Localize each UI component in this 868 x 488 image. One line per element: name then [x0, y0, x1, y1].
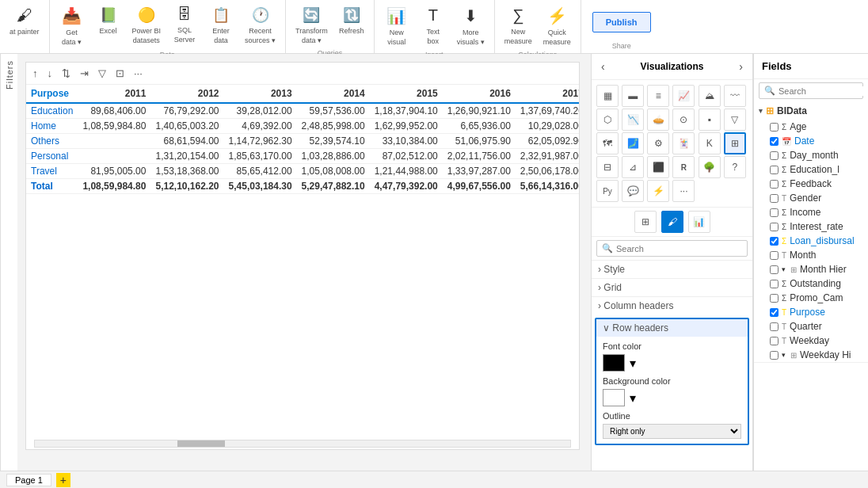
add-page-button[interactable]: +	[56, 473, 70, 487]
field-item[interactable]: 📅Date	[754, 134, 868, 148]
field-item[interactable]: ΣLoan_disbursal	[754, 234, 868, 248]
column-headers-section[interactable]: › Column headers	[592, 296, 752, 315]
field-item[interactable]: TMonth	[754, 248, 868, 262]
scatter-icon[interactable]: ⬡	[596, 109, 619, 131]
text-box-button[interactable]: T Text box	[416, 3, 451, 48]
field-checkbox[interactable]	[770, 294, 779, 303]
get-data-button[interactable]: 📥 Get data ▾	[55, 3, 89, 49]
more-visuals-button[interactable]: ⬇ More visuals ▾	[452, 3, 489, 49]
matrix-icon[interactable]: ⊟	[596, 156, 619, 178]
quick-measure-button[interactable]: ⚡ Quick measure	[539, 3, 576, 49]
field-item[interactable]: ΣIncome	[754, 205, 868, 219]
ribbon-chart-icon[interactable]: 〰	[724, 85, 746, 107]
field-checkbox[interactable]	[770, 223, 779, 231]
power-apps-icon[interactable]: ⚡	[647, 180, 669, 202]
field-checkbox[interactable]	[770, 251, 779, 260]
field-item[interactable]: ΣDay_month	[754, 148, 868, 162]
field-checkbox[interactable]	[770, 123, 779, 132]
format-well-icon[interactable]: 🖌	[661, 211, 683, 233]
python-icon[interactable]: Py	[596, 180, 619, 202]
clustered-bar-icon[interactable]: ≡	[647, 85, 669, 107]
sort-asc-button[interactable]: ↑	[29, 66, 41, 81]
viz-search-box[interactable]: 🔍	[596, 240, 748, 257]
background-color-box[interactable]	[603, 389, 625, 406]
viz-nav-back-button[interactable]: ‹	[600, 60, 607, 73]
visual-options-button[interactable]: ⊡	[112, 66, 128, 81]
field-checkbox[interactable]	[770, 194, 779, 203]
card-icon[interactable]: 🃏	[672, 132, 695, 154]
field-item[interactable]: ΣEducation_l	[754, 162, 868, 177]
analytics-well-icon[interactable]: 📊	[688, 211, 710, 233]
field-item[interactable]: ΣAge	[754, 120, 868, 134]
bar-chart-icon[interactable]: ▦	[596, 85, 619, 107]
fields-well-icon[interactable]: ⊞	[634, 211, 657, 233]
expand-button[interactable]: ⇥	[77, 66, 92, 81]
field-checkbox[interactable]	[770, 337, 779, 345]
r-visual-icon[interactable]: R	[672, 156, 695, 178]
recent-sources-button[interactable]: 🕐 Recent sources ▾	[240, 3, 280, 48]
pie-icon[interactable]: 🥧	[647, 109, 669, 131]
line-bar-icon[interactable]: 📉	[622, 109, 644, 131]
field-checkbox[interactable]	[770, 137, 779, 146]
field-item[interactable]: TQuarter	[754, 319, 868, 334]
decomp-icon[interactable]: 🌳	[699, 156, 721, 178]
font-color-dropdown[interactable]: ▾	[630, 356, 636, 371]
line-chart-icon[interactable]: 📈	[672, 85, 695, 107]
waterfall-icon[interactable]: ⬛	[647, 156, 669, 178]
row-headers-section-header[interactable]: ∨ Row headers	[596, 319, 748, 337]
page-1-tab[interactable]: Page 1	[6, 474, 51, 486]
transform-data-button[interactable]: 🔄 Transform data ▾	[291, 3, 333, 48]
excel-button[interactable]: 📗 Excel	[91, 3, 126, 38]
field-checkbox[interactable]	[770, 351, 779, 360]
background-color-dropdown[interactable]: ▾	[630, 391, 636, 406]
field-checkbox[interactable]	[770, 308, 779, 317]
field-item[interactable]: ΣPromo_Cam	[754, 291, 868, 305]
viz-search-input[interactable]	[616, 244, 742, 254]
sort-desc-button[interactable]: ↓	[44, 66, 56, 81]
ellipsis-icon[interactable]: ···	[672, 180, 695, 202]
field-item[interactable]: TGender	[754, 191, 868, 205]
fields-search-input[interactable]	[779, 86, 868, 96]
fields-search-box[interactable]: 🔍	[759, 82, 863, 99]
field-item[interactable]: TPurpose	[754, 305, 868, 319]
new-visual-button[interactable]: 📊 New visual	[379, 3, 414, 49]
funnel-icon[interactable]: ⊿	[622, 156, 644, 178]
map-icon[interactable]: 🗺	[596, 132, 619, 154]
horizontal-scrollbar[interactable]	[34, 440, 571, 448]
row-headers-section[interactable]: ∨ Row headers Font color ▾ Background co…	[595, 318, 749, 445]
power-bi-button[interactable]: 🟡 Power BI datasets	[128, 3, 166, 48]
kpi-icon[interactable]: K	[699, 132, 721, 154]
enter-data-button[interactable]: 📋 Enter data	[204, 3, 238, 48]
field-item[interactable]: ΣOutstanding	[754, 276, 868, 291]
scrollbar-thumb[interactable]	[177, 440, 225, 447]
filter-visual-icon[interactable]: ▽	[724, 109, 746, 131]
field-item[interactable]: ΣInterest_rate	[754, 219, 868, 234]
field-checkbox[interactable]	[770, 237, 779, 246]
field-checkbox[interactable]	[770, 180, 779, 189]
field-item[interactable]: ▾⊞Weekday Hi	[754, 348, 868, 362]
field-checkbox[interactable]	[770, 265, 779, 274]
qa-icon[interactable]: ?	[724, 156, 746, 178]
smart-narrative-icon[interactable]: 💬	[622, 180, 644, 202]
treemap-icon[interactable]: ▪	[699, 109, 721, 131]
gauge-icon[interactable]: ⚙	[647, 132, 669, 154]
filled-map-icon[interactable]: 🗾	[622, 132, 644, 154]
grid-section[interactable]: › Grid	[592, 278, 752, 296]
bidata-group-header[interactable]: ▾ ⊞ BIData	[754, 102, 868, 120]
style-section[interactable]: › Style	[592, 260, 752, 278]
field-item[interactable]: ▾⊞Month Hier	[754, 262, 868, 276]
donut-icon[interactable]: ⊙	[672, 109, 695, 131]
publish-button[interactable]: Publish	[592, 12, 651, 32]
field-item[interactable]: TWeekday	[754, 334, 868, 348]
field-checkbox[interactable]	[770, 280, 779, 288]
field-checkbox[interactable]	[770, 151, 779, 160]
field-item[interactable]: ΣFeedback	[754, 177, 868, 191]
sql-button[interactable]: 🗄 SQL Server	[167, 3, 202, 47]
field-checkbox[interactable]	[770, 208, 779, 217]
filter-button[interactable]: ▽	[95, 66, 109, 81]
refresh-button[interactable]: 🔃 Refresh	[334, 3, 369, 38]
font-color-box[interactable]	[603, 354, 625, 372]
area-chart-icon[interactable]: ⛰	[699, 85, 721, 107]
field-checkbox[interactable]	[770, 322, 779, 331]
more-options-button[interactable]: ···	[131, 66, 146, 81]
